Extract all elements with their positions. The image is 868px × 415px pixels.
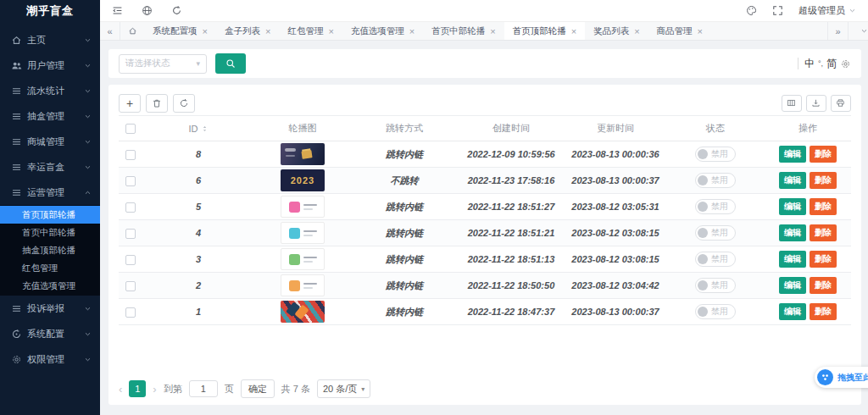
sidebar-subitem[interactable]: 红包管理 xyxy=(0,259,100,277)
gear-icon[interactable] xyxy=(840,58,851,69)
sidebar-item[interactable]: 流水统计 xyxy=(0,78,100,103)
drag-upload-widget[interactable]: 拖拽至此上 xyxy=(815,367,868,388)
delete-button[interactable]: 删除 xyxy=(810,303,837,320)
sidebar-subitem[interactable]: 首页顶部轮播 xyxy=(0,206,100,224)
sidebar-subitem[interactable]: 充值选项管理 xyxy=(0,277,100,295)
status-toggle[interactable]: 禁用 xyxy=(695,225,736,241)
sidebar-item[interactable]: 幸运盲盒 xyxy=(0,154,100,180)
status-toggle[interactable]: 禁用 xyxy=(695,147,736,162)
row-checkbox[interactable] xyxy=(125,176,136,186)
tab-close-icon[interactable]: × xyxy=(634,26,639,36)
tab[interactable]: 红包管理 × xyxy=(279,22,342,40)
prev-page-button[interactable]: ‹ xyxy=(119,383,122,396)
sidebar-subitem[interactable]: 抽盒顶部轮播 xyxy=(0,241,100,259)
sidebar-item[interactable]: 运营管理 xyxy=(0,180,100,205)
delete-selected-button[interactable] xyxy=(146,94,168,113)
column-header[interactable]: 创建时间 xyxy=(458,116,565,141)
theme-palette-icon[interactable] xyxy=(746,5,757,16)
tab-close-icon[interactable]: × xyxy=(490,26,495,36)
column-header[interactable]: ID xyxy=(142,116,254,141)
sidebar-item-label: 主页 xyxy=(27,34,46,47)
column-header[interactable]: 轮播图 xyxy=(254,116,351,141)
globe-icon[interactable] xyxy=(142,5,153,16)
tab-close-icon[interactable]: × xyxy=(203,26,208,36)
columns-button[interactable] xyxy=(782,95,802,112)
delete-button[interactable]: 删除 xyxy=(810,277,837,294)
delete-button[interactable]: 删除 xyxy=(810,198,837,215)
sidebar-item[interactable]: 商城管理 xyxy=(0,129,100,154)
sidebar-subitem[interactable]: 首页中部轮播 xyxy=(0,224,100,241)
select-all-checkbox[interactable] xyxy=(125,124,136,134)
edit-button[interactable]: 编辑 xyxy=(779,303,806,320)
translate-widget[interactable]: 中 °, 简 xyxy=(798,57,851,71)
sidebar-item[interactable]: 投诉举报 xyxy=(0,296,100,321)
search-button[interactable] xyxy=(215,53,246,74)
tabs-menu-button[interactable] xyxy=(848,22,868,40)
tab-close-icon[interactable]: × xyxy=(328,26,333,36)
sidebar-item[interactable]: 主页 xyxy=(0,27,100,53)
refresh-table-button[interactable] xyxy=(173,94,195,113)
export-button[interactable] xyxy=(806,95,826,112)
tab[interactable]: 首页中部轮播 × xyxy=(423,22,504,40)
delete-button[interactable]: 删除 xyxy=(810,224,837,241)
row-checkbox[interactable] xyxy=(125,229,136,239)
edit-button[interactable]: 编辑 xyxy=(779,251,806,268)
next-page-button[interactable]: › xyxy=(153,383,156,396)
sidebar-item[interactable]: 系统配置 xyxy=(0,321,100,346)
row-checkbox[interactable] xyxy=(125,150,136,160)
page-button[interactable]: 1 xyxy=(129,380,146,397)
tab[interactable]: 奖品列表 × xyxy=(585,22,648,40)
edit-button[interactable]: 编辑 xyxy=(779,146,806,163)
tab-close-icon[interactable]: × xyxy=(265,26,270,36)
print-button[interactable] xyxy=(831,95,851,112)
fullscreen-icon[interactable] xyxy=(772,5,783,16)
cell-created-at: 2022-11-22 18:47:37 xyxy=(458,299,565,325)
delete-button[interactable]: 删除 xyxy=(810,172,837,189)
row-checkbox[interactable] xyxy=(125,307,136,318)
status-toggle[interactable]: 禁用 xyxy=(695,173,736,188)
status-select[interactable]: 请选择状态 ▾ xyxy=(119,54,207,74)
tab-close-icon[interactable]: × xyxy=(571,26,576,36)
tab-close-icon[interactable]: × xyxy=(409,26,415,36)
admin-dropdown[interactable]: 超级管理员 xyxy=(798,4,856,17)
sidebar-item[interactable]: 抽盒管理 xyxy=(0,103,100,129)
status-toggle[interactable]: 禁用 xyxy=(695,278,736,293)
tab[interactable]: 充值选项管理 × xyxy=(342,22,423,40)
sidebar-item[interactable]: 用户管理 xyxy=(0,53,100,78)
add-button[interactable]: + xyxy=(119,94,141,113)
sidebar-item[interactable]: 权限管理 xyxy=(0,346,100,372)
edit-button[interactable]: 编辑 xyxy=(779,198,806,215)
sidebar-subitem-label: 充值选项管理 xyxy=(22,280,75,292)
edit-button[interactable]: 编辑 xyxy=(779,277,806,294)
tab[interactable]: 首页顶部轮播 × xyxy=(504,22,585,40)
row-checkbox[interactable] xyxy=(125,255,136,265)
tabs-scroll-right-button[interactable]: » xyxy=(827,22,848,40)
sort-icon[interactable] xyxy=(201,125,209,133)
sidebar-item-label: 系统配置 xyxy=(27,328,64,340)
status-toggle[interactable]: 禁用 xyxy=(695,199,736,214)
tab[interactable]: 系统配置项 × xyxy=(144,22,216,40)
tabs-scroll-left-button[interactable]: « xyxy=(100,22,120,40)
edit-button[interactable]: 编辑 xyxy=(779,224,806,241)
column-header[interactable]: 更新时间 xyxy=(565,116,666,141)
status-toggle[interactable]: 禁用 xyxy=(695,304,736,319)
goto-page-input[interactable]: 1 xyxy=(189,380,218,397)
menu-fold-icon[interactable] xyxy=(112,5,123,16)
delete-button[interactable]: 删除 xyxy=(810,146,837,163)
column-header[interactable]: 操作 xyxy=(765,116,851,141)
delete-button[interactable]: 删除 xyxy=(810,251,837,268)
status-toggle[interactable]: 禁用 xyxy=(695,252,736,267)
page-size-select[interactable]: 20 条/页 ▾ xyxy=(317,379,370,398)
column-header[interactable]: 状态 xyxy=(666,116,765,141)
home-tab[interactable] xyxy=(120,22,144,40)
row-checkbox[interactable] xyxy=(125,281,136,291)
confirm-button[interactable]: 确定 xyxy=(241,379,275,398)
column-header[interactable]: 跳转方式 xyxy=(351,116,458,141)
row-checkbox[interactable] xyxy=(125,202,136,213)
tab[interactable]: 盒子列表 × xyxy=(216,22,279,40)
edit-button[interactable]: 编辑 xyxy=(779,172,806,189)
cluster-icon[interactable] xyxy=(817,369,833,385)
tab-close-icon[interactable]: × xyxy=(698,26,703,36)
refresh-icon[interactable] xyxy=(171,5,182,16)
tab[interactable]: 商品管理 × xyxy=(648,22,711,40)
